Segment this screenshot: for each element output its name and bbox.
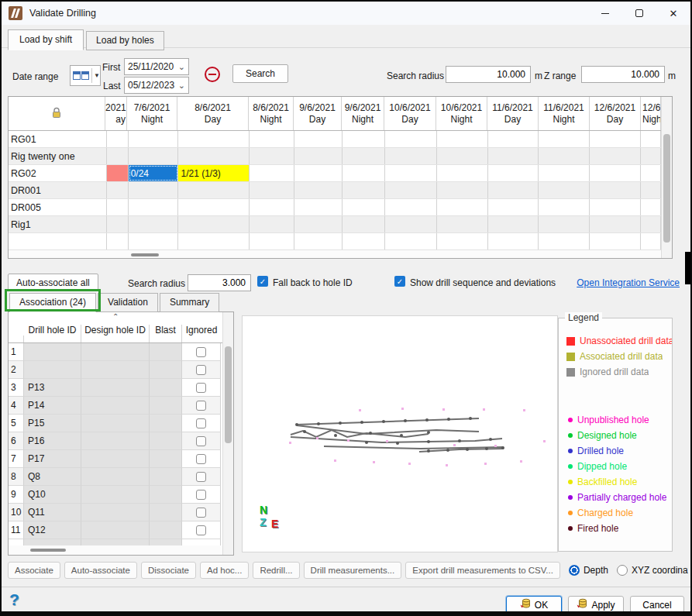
ignored-checkbox[interactable] (196, 525, 206, 535)
grid-cell[interactable] (385, 165, 437, 181)
grid-column-header[interactable]: 7/6/2021Night (127, 97, 177, 130)
grid-cell[interactable] (294, 148, 343, 164)
grid-cell[interactable] (539, 131, 590, 147)
grid-row-name[interactable]: RG01 (9, 131, 107, 147)
grid-cell[interactable] (488, 131, 539, 147)
drill-hole-id-cell[interactable]: Q12 (24, 521, 81, 539)
grid-column-header[interactable]: 8/6/2021Day (177, 97, 249, 130)
grid-cell[interactable] (107, 233, 129, 249)
auto-associate-all-button[interactable]: Auto-associate all (8, 274, 98, 291)
grid-cell[interactable] (590, 182, 641, 198)
ignored-checkbox[interactable] (196, 365, 206, 375)
grid-cell[interactable] (343, 216, 385, 232)
grid-vertical-scrollbar[interactable] (661, 97, 672, 258)
ignored-checkbox[interactable] (196, 490, 206, 500)
grid-cell[interactable] (488, 148, 539, 164)
grid-cell[interactable] (590, 233, 641, 249)
grid-column-header[interactable]: 11/6/2021Day (487, 97, 539, 130)
grid-row-name[interactable]: RG02 (9, 165, 107, 181)
action-button-redrill[interactable]: Redrill... (253, 562, 299, 579)
grid-cell[interactable] (129, 148, 179, 164)
scrollbar-thumb[interactable] (30, 549, 66, 552)
grid-cell[interactable] (178, 233, 250, 249)
grid-cell[interactable]: 0/24 (129, 165, 179, 181)
grid-cell[interactable] (343, 199, 385, 215)
grid-cell[interactable] (437, 131, 488, 147)
scrollbar-thumb[interactable] (225, 346, 232, 443)
grid-cell[interactable] (488, 165, 539, 181)
grid-cell[interactable] (107, 216, 129, 232)
grid-cell[interactable] (437, 199, 488, 215)
grid-cell[interactable] (641, 199, 661, 215)
grid-cell[interactable] (250, 216, 294, 232)
design-hole-id-cell[interactable] (81, 415, 150, 432)
grid-cell[interactable] (385, 131, 437, 147)
fall-back-checkbox[interactable]: ✓ (257, 276, 268, 287)
grid-cell[interactable] (641, 165, 661, 181)
drill-hole-id-cell[interactable] (24, 343, 81, 361)
open-integration-service-link[interactable]: Open Integration Service (577, 277, 680, 288)
grid-cell[interactable] (641, 182, 661, 198)
grid-cell[interactable] (107, 199, 129, 215)
tab-summary[interactable]: Summary (160, 293, 219, 312)
grid-column-header[interactable]: 10/6/2021Night (436, 97, 487, 130)
grid-cell[interactable] (539, 148, 590, 164)
blast-cell[interactable] (150, 486, 182, 504)
show-sequence-checkbox[interactable]: ✓ (394, 276, 405, 287)
grid-cell[interactable] (129, 182, 179, 198)
design-hole-id-cell[interactable] (81, 397, 150, 415)
blast-cell[interactable] (150, 450, 182, 468)
ignored-checkbox[interactable] (196, 347, 206, 357)
first-date-select[interactable]: 25/11/2020 ⌄ (124, 58, 189, 75)
blast-cell[interactable] (150, 379, 182, 397)
grid-cell[interactable] (385, 233, 437, 249)
design-hole-id-cell[interactable] (81, 343, 150, 361)
radio-depth[interactable]: Depth (569, 565, 608, 576)
ignored-checkbox[interactable] (196, 401, 206, 411)
grid-column-header[interactable]: 8/6/2021Night (249, 97, 294, 130)
grid-cell[interactable] (178, 148, 250, 164)
last-date-select[interactable]: 05/12/2023 ⌄ (124, 77, 189, 94)
tab-association[interactable]: Association (24) (9, 293, 96, 312)
grid-cell[interactable] (437, 165, 488, 181)
grid-cell[interactable] (294, 199, 343, 215)
grid-cell[interactable] (250, 148, 294, 164)
grid-cell[interactable] (590, 216, 641, 232)
grid-cell[interactable] (129, 216, 179, 232)
grid-cell[interactable] (250, 199, 294, 215)
grid-cell[interactable] (294, 216, 343, 232)
design-hole-id-header[interactable]: Design hole ID (81, 325, 150, 342)
drill-hole-id-cell[interactable]: Q11 (24, 504, 81, 521)
tab-load-by-holes[interactable]: Load by holes (86, 31, 164, 50)
collapse-icon[interactable]: ⌃ (112, 312, 119, 321)
grid-cell[interactable] (343, 148, 385, 164)
ignored-checkbox[interactable] (196, 436, 206, 446)
design-hole-id-cell[interactable] (81, 486, 150, 504)
grid-cell[interactable] (129, 199, 179, 215)
hole-table-horizontal-scrollbar[interactable] (9, 545, 222, 555)
drill-hole-id-cell[interactable] (24, 361, 81, 379)
close-button[interactable]: ✕ (656, 2, 690, 25)
ignored-checkbox[interactable] (196, 454, 206, 464)
drill-hole-id-cell[interactable]: Q8 (24, 468, 81, 486)
blast-cell[interactable] (150, 361, 182, 379)
scrollbar-thumb[interactable] (131, 253, 159, 256)
grid-cell[interactable] (385, 199, 437, 215)
grid-cell[interactable] (250, 131, 294, 147)
help-icon[interactable]: ? (9, 590, 19, 609)
grid-cell[interactable] (385, 182, 437, 198)
drill-hole-id-cell[interactable]: P15 (24, 415, 81, 432)
design-hole-id-cell[interactable] (81, 432, 150, 450)
grid-cell[interactable] (250, 182, 294, 198)
date-range-picker-button[interactable]: ▼ (70, 65, 101, 86)
grid-column-header[interactable]: 9/6/2021Night (342, 97, 384, 130)
grid-cell[interactable] (250, 165, 294, 181)
action-button-associate[interactable]: Associate (8, 562, 60, 579)
design-hole-id-cell[interactable] (81, 450, 150, 468)
ignored-checkbox[interactable] (196, 418, 206, 428)
drill-hole-id-cell[interactable]: P13 (24, 379, 81, 397)
blast-cell[interactable] (150, 343, 182, 361)
grid-cell[interactable] (178, 182, 250, 198)
grid-cell[interactable] (590, 131, 641, 147)
drill-hole-id-cell[interactable]: P17 (24, 450, 81, 468)
